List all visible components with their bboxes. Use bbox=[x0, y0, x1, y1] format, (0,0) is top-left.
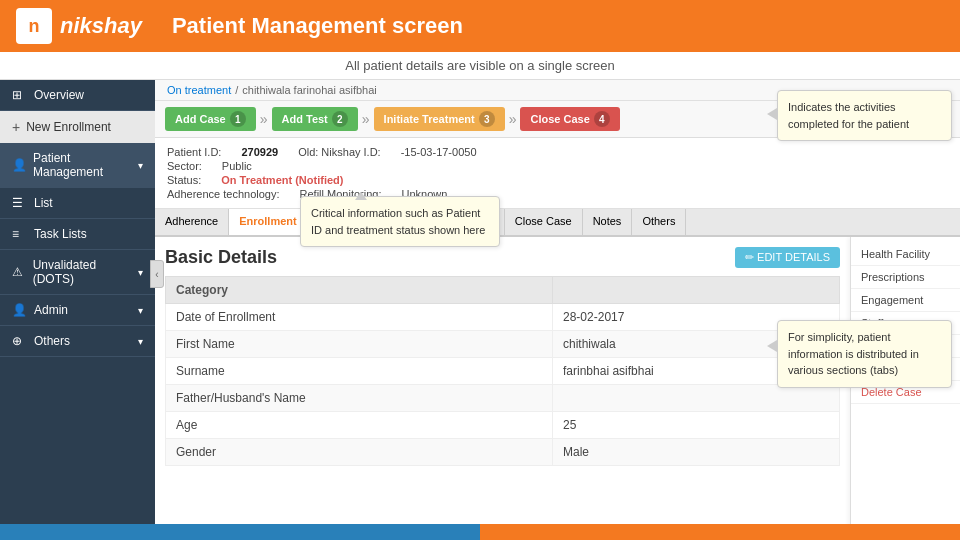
workflow-step-close-case: Close Case 4 bbox=[520, 107, 619, 131]
adherence-value: Refill Monitoring: bbox=[300, 188, 382, 200]
sidebar-item-label: Patient Management bbox=[33, 151, 132, 179]
row-value bbox=[553, 385, 840, 412]
content-area: On treatment / chithiwala farinohai asif… bbox=[155, 80, 960, 540]
workflow-arrow-2: » bbox=[362, 111, 370, 127]
sidebar-item-patient-management[interactable]: 👤 Patient Management ▾ bbox=[0, 143, 155, 188]
sidebar-item-label: New Enrollment bbox=[26, 120, 111, 134]
tab-adherence[interactable]: Adherence bbox=[155, 209, 229, 235]
patient-id-value: 270929 bbox=[241, 146, 278, 158]
workflow-arrow-3: » bbox=[509, 111, 517, 127]
tab-others[interactable]: Others bbox=[632, 209, 686, 235]
nikshay-id-value: -15-03-17-0050 bbox=[401, 146, 477, 158]
sidebar: ⊞ Overview + New Enrollment 👤 Patient Ma… bbox=[0, 80, 155, 540]
logo-area: n nikshay bbox=[16, 8, 142, 44]
page-title: Patient Management screen bbox=[172, 13, 463, 39]
logo-text: nikshay bbox=[60, 13, 142, 39]
row-value: 28-02-2017 bbox=[553, 304, 840, 331]
tab-tests[interactable]: Tests bbox=[308, 209, 355, 235]
task-icon: ≡ bbox=[12, 227, 28, 241]
right-panel-staff[interactable]: Staff bbox=[851, 312, 960, 335]
others-icon: ⊕ bbox=[12, 334, 28, 348]
tab-dbt[interactable]: DBT bbox=[462, 209, 505, 235]
right-panel-contact-tracing[interactable]: Contact tracing bbox=[851, 358, 960, 381]
table-row: First Name chithiwala bbox=[166, 331, 840, 358]
right-panel-health-facility[interactable]: Health Facility bbox=[851, 243, 960, 266]
tab-notes[interactable]: Notes bbox=[583, 209, 633, 235]
right-panel-delete-case[interactable]: Delete Case bbox=[851, 381, 960, 404]
status-label: Status: bbox=[167, 174, 201, 186]
chevron-icon: ▾ bbox=[138, 160, 143, 171]
header: n nikshay Patient Management screen bbox=[0, 0, 960, 52]
close-case-badge: 4 bbox=[594, 111, 610, 127]
initiate-treatment-button[interactable]: Initiate Treatment 3 bbox=[374, 107, 505, 131]
breadcrumb-patient-name: chithiwala farinohai asifbhai bbox=[242, 84, 377, 96]
section-title: Basic Details ✏ EDIT DETAILS bbox=[165, 247, 840, 268]
table-header-value bbox=[553, 277, 840, 304]
breadcrumb: On treatment / chithiwala farinohai asif… bbox=[155, 80, 960, 101]
sidebar-item-admin[interactable]: 👤 Admin ▾ bbox=[0, 295, 155, 326]
sidebar-item-others[interactable]: ⊕ Others ▾ bbox=[0, 326, 155, 357]
chevron-icon: ▾ bbox=[138, 305, 143, 316]
workflow-step-add-test: Add Test 2 bbox=[272, 107, 358, 131]
row-label: First Name bbox=[166, 331, 553, 358]
sidebar-collapse-button[interactable]: ‹ bbox=[150, 260, 164, 288]
row-label: Gender bbox=[166, 439, 553, 466]
patient-row-4: Adherence technology: Refill Monitoring:… bbox=[167, 188, 948, 200]
sidebar-item-task-lists[interactable]: ≡ Task Lists bbox=[0, 219, 155, 250]
footer-bar bbox=[0, 524, 960, 540]
sidebar-item-list[interactable]: ☰ List bbox=[0, 188, 155, 219]
row-value: chithiwala bbox=[553, 331, 840, 358]
tab-close-case[interactable]: Close Case bbox=[505, 209, 583, 235]
tab-enrollment[interactable]: Enrollment bbox=[229, 209, 307, 235]
row-label: Surname bbox=[166, 358, 553, 385]
tab-treatment-details[interactable]: Treatment Details bbox=[354, 209, 461, 235]
sidebar-item-label: Unvalidated (DOTS) bbox=[33, 258, 132, 286]
sidebar-item-label: Overview bbox=[34, 88, 84, 102]
chevron-icon: ▾ bbox=[138, 267, 143, 278]
add-test-badge: 2 bbox=[332, 111, 348, 127]
add-case-button[interactable]: Add Case 1 bbox=[165, 107, 256, 131]
sector-label: Sector: bbox=[167, 160, 202, 172]
add-test-label: Add Test bbox=[282, 113, 328, 125]
sector-value: Public bbox=[222, 160, 252, 172]
sidebar-item-unvalidated[interactable]: ⚠ Unvalidated (DOTS) ▾ bbox=[0, 250, 155, 295]
row-label: Father/Husband's Name bbox=[166, 385, 553, 412]
table-row: Date of Enrollment 28-02-2017 bbox=[166, 304, 840, 331]
adherence-label: Adherence technology: bbox=[167, 188, 280, 200]
edit-details-button[interactable]: ✏ EDIT DETAILS bbox=[735, 247, 840, 268]
sidebar-item-overview[interactable]: ⊞ Overview bbox=[0, 80, 155, 111]
sidebar-item-label: Admin bbox=[34, 303, 68, 317]
table-row: Age 25 bbox=[166, 412, 840, 439]
workflow-arrow-1: » bbox=[260, 111, 268, 127]
add-test-button[interactable]: Add Test 2 bbox=[272, 107, 358, 131]
sidebar-item-new-enrollment[interactable]: + New Enrollment bbox=[0, 111, 155, 143]
basic-details-table: Category Date of Enrollment 28-02-2017 F… bbox=[165, 276, 840, 466]
patient-info-bar: Patient I.D: 270929 Old: Nikshay I.D: -1… bbox=[155, 138, 960, 209]
right-panel: Health Facility Prescriptions Engagement… bbox=[850, 237, 960, 540]
right-panel-prescriptions[interactable]: Prescriptions bbox=[851, 266, 960, 289]
right-panel-engagement[interactable]: Engagement bbox=[851, 289, 960, 312]
admin-icon: 👤 bbox=[12, 303, 28, 317]
add-case-badge: 1 bbox=[230, 111, 246, 127]
initiate-treatment-badge: 3 bbox=[479, 111, 495, 127]
workflow-step-add-case: Add Case 1 bbox=[165, 107, 256, 131]
row-value: Male bbox=[553, 439, 840, 466]
table-header-category: Category bbox=[166, 277, 553, 304]
close-case-button[interactable]: Close Case 4 bbox=[520, 107, 619, 131]
table-row: Surname farinbhai asifbhai bbox=[166, 358, 840, 385]
patient-row-1: Patient I.D: 270929 Old: Nikshay I.D: -1… bbox=[167, 146, 948, 158]
section-title-text: Basic Details bbox=[165, 247, 277, 268]
main-layout: ⊞ Overview + New Enrollment 👤 Patient Ma… bbox=[0, 80, 960, 540]
table-area: Basic Details ✏ EDIT DETAILS Category Da… bbox=[155, 237, 850, 540]
row-label: Age bbox=[166, 412, 553, 439]
footer-orange bbox=[480, 524, 960, 540]
workflow-bar: Add Case 1 » Add Test 2 » Initiate Treat… bbox=[155, 101, 960, 138]
table-row: Gender Male bbox=[166, 439, 840, 466]
plus-icon: + bbox=[12, 119, 20, 135]
row-value: 25 bbox=[553, 412, 840, 439]
patient-row-3: Status: On Treatment (Notified) bbox=[167, 174, 948, 186]
logo-icon: n bbox=[16, 8, 52, 44]
patient-row-2: Sector: Public bbox=[167, 160, 948, 172]
breadcrumb-on-treatment[interactable]: On treatment bbox=[167, 84, 231, 96]
right-panel-comorbidity[interactable]: Comorbidity bbox=[851, 335, 960, 358]
